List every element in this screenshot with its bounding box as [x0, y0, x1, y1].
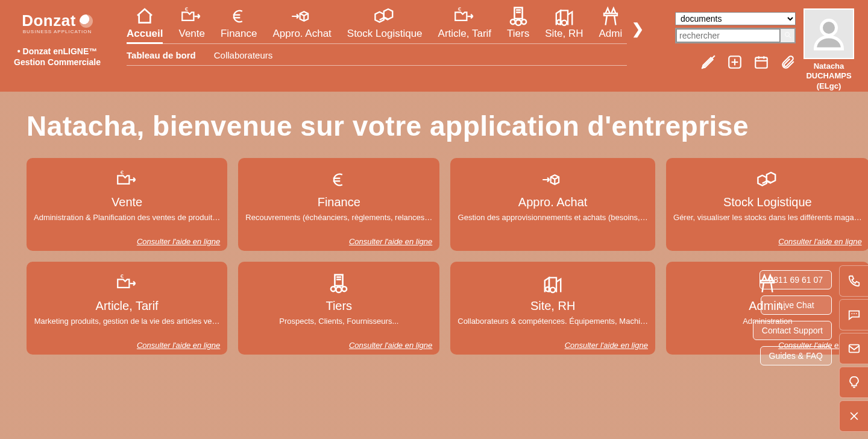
- main-content: Natacha, bienvenue sur votre application…: [0, 92, 868, 439]
- svg-point-8: [515, 20, 521, 25]
- avatar: [804, 8, 854, 59]
- plus-box-icon[interactable]: [727, 54, 743, 74]
- card-title: Finance: [318, 195, 360, 209]
- card-description: Collaborateurs & compétences. Équipement…: [458, 317, 648, 326]
- search-icon: [784, 31, 791, 40]
- nav-item-site[interactable]: Site, RH: [545, 6, 583, 40]
- nav-next-button[interactable]: ❯: [632, 21, 644, 37]
- search-row: [675, 28, 796, 43]
- stock-icon: [756, 166, 778, 193]
- module-card-tiers[interactable]: TiersProspects, Clients, Fournisseurs...…: [238, 262, 439, 355]
- svg-point-37: [550, 288, 555, 292]
- float-button[interactable]: Live Chat: [761, 295, 832, 315]
- chat-icon[interactable]: [839, 299, 868, 330]
- search-column: documents: [675, 5, 796, 74]
- module-card-article[interactable]: €Article, TarifMarketing produits, gesti…: [27, 262, 227, 355]
- module-card-euro[interactable]: FinanceRecouvrements (échéanciers, règle…: [238, 158, 439, 251]
- nav-item-tiers[interactable]: Tiers: [507, 6, 529, 40]
- card-help-link[interactable]: Consulter l'aide en ligne: [349, 341, 432, 350]
- brand-description: Donzat enLIGNE™ Gestion Commerciale: [6, 46, 108, 68]
- brand-logo: Donzat: [6, 11, 108, 31]
- svg-point-15: [785, 32, 789, 36]
- svg-line-14: [614, 16, 615, 25]
- tiers-icon: [507, 6, 529, 27]
- card-description: Recouvrements (échéanciers, règlements, …: [245, 213, 432, 223]
- card-help-link[interactable]: Consulter l'aide en ligne: [349, 237, 432, 246]
- nav-item-label: Admi: [599, 28, 623, 39]
- card-help-link[interactable]: Consulter l'aide en ligne: [778, 237, 861, 246]
- subnav-item[interactable]: Tableau de bord: [127, 50, 196, 60]
- float-buttons: 0811 69 61 07Live ChatContact SupportGui…: [753, 270, 832, 365]
- svg-rect-21: [755, 57, 767, 68]
- nav-item-label: Article, Tarif: [438, 28, 492, 39]
- card-title: Tiers: [326, 299, 352, 313]
- module-card-stock[interactable]: Stock LogistiqueGérer, visualiser les st…: [666, 158, 868, 251]
- nav-item-supply[interactable]: Appro. Achat: [272, 6, 331, 40]
- nav-item-label: Appro. Achat: [272, 28, 331, 39]
- nav-item-label: Vente: [178, 28, 205, 39]
- svg-point-11: [562, 21, 567, 25]
- svg-line-13: [605, 16, 606, 25]
- brand-desc-line1: Donzat enLIGNE™: [17, 46, 98, 56]
- float-button[interactable]: Guides & FAQ: [760, 346, 832, 365]
- pen-strike-icon[interactable]: [700, 54, 716, 74]
- card-description: Marketing produits, gestion de la vie de…: [34, 317, 220, 326]
- float-button[interactable]: Contact Support: [753, 321, 832, 340]
- phone-icon[interactable]: [839, 265, 868, 297]
- brand-block: Donzat BUSINESS APPLICATION Donzat enLIG…: [6, 5, 108, 68]
- module-card-site[interactable]: Site, RHCollaborateurs & compétences. Éq…: [450, 262, 655, 355]
- module-card-supply[interactable]: Appro. AchatGestion des approvisionnemen…: [450, 158, 655, 251]
- toolbar-icons: [675, 54, 796, 74]
- nav-column: Accueil€VenteFinanceAppro. AchatStock Lo…: [108, 5, 675, 66]
- card-help-link[interactable]: Consulter l'aide en ligne: [137, 237, 220, 246]
- nav-item-label: Site, RH: [545, 28, 583, 39]
- supply-icon: [541, 166, 564, 193]
- svg-line-16: [788, 36, 791, 38]
- paperclip-icon[interactable]: [780, 54, 796, 74]
- nav-item-label: Finance: [221, 28, 257, 39]
- search-scope-select[interactable]: documents: [675, 12, 796, 25]
- svg-point-42: [851, 313, 852, 314]
- search-input[interactable]: [676, 29, 780, 42]
- user-first-name: Natacha: [814, 62, 844, 71]
- article-icon: €: [438, 6, 492, 27]
- svg-rect-12: [604, 13, 617, 16]
- svg-text:€: €: [120, 274, 123, 279]
- nav-item-article[interactable]: €Article, Tarif: [438, 6, 492, 40]
- float-button[interactable]: 0811 69 61 07: [760, 270, 832, 289]
- card-title: Appro. Achat: [518, 195, 588, 209]
- nav-item-label: Tiers: [507, 28, 529, 39]
- nav-item-sale[interactable]: €Vente: [178, 6, 205, 40]
- euro-icon: [221, 6, 257, 27]
- idea-icon[interactable]: [839, 367, 868, 398]
- svg-point-7: [511, 19, 515, 24]
- search-button[interactable]: [780, 29, 794, 42]
- card-help-link[interactable]: Consulter l'aide en ligne: [137, 341, 220, 350]
- card-description: Gestion des approvisionnements et achats…: [458, 213, 648, 223]
- brand-desc-line2: Gestion Commerciale: [14, 57, 101, 67]
- svg-point-44: [855, 313, 857, 314]
- home-icon: [127, 6, 163, 27]
- sale-icon: €: [178, 6, 205, 27]
- module-card-sale[interactable]: €VenteAdministration & Planification des…: [27, 158, 227, 251]
- nav-item-admin[interactable]: Admi: [599, 6, 623, 40]
- user-last-name: DUCHAMPS: [806, 71, 851, 80]
- card-title: Stock Logistique: [723, 195, 812, 209]
- nav-item-euro[interactable]: Finance: [221, 6, 257, 40]
- calendar-icon[interactable]: [753, 54, 769, 74]
- close-icon[interactable]: [839, 400, 868, 432]
- side-tabs: [839, 265, 868, 432]
- subnav-item[interactable]: Collaborateurs: [214, 50, 273, 60]
- svg-point-35: [342, 286, 347, 291]
- svg-point-10: [557, 20, 561, 24]
- card-description: Gérer, visualiser les stocks dans les di…: [673, 213, 862, 223]
- card-help-link[interactable]: Consulter l'aide en ligne: [565, 341, 648, 350]
- card-description: Administration & Planification des vente…: [34, 213, 220, 223]
- mail-icon[interactable]: [839, 333, 868, 364]
- svg-point-9: [521, 19, 526, 24]
- admin-icon: [599, 6, 623, 27]
- user-block[interactable]: Natacha DUCHAMPS (ELgc): [796, 5, 862, 91]
- svg-point-34: [336, 287, 342, 292]
- nav-item-home[interactable]: Accueil: [127, 6, 163, 40]
- nav-item-stock[interactable]: Stock Logistique: [347, 6, 423, 40]
